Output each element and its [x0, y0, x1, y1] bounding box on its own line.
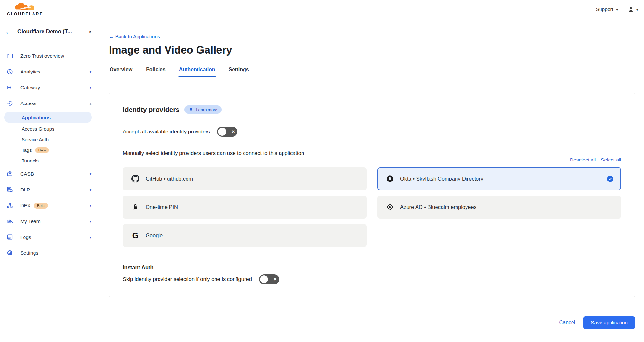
overview-icon — [6, 53, 13, 60]
tab-bar: Overview Policies Authentication Setting… — [109, 65, 635, 77]
sidebar-item-logs[interactable]: Logs ▾ — [0, 229, 96, 245]
okta-icon — [386, 175, 394, 183]
sidebar-item-my-team[interactable]: My Team ▾ — [0, 213, 96, 229]
sidebar-item-analytics[interactable]: Analytics ▾ — [0, 64, 96, 80]
chevron-down-icon[interactable]: ▾ — [90, 172, 91, 176]
provider-card-okta[interactable]: Okta • Skyflash Company Directory — [377, 167, 621, 190]
instant-auth-label: Skip identity provider selection if only… — [123, 276, 252, 282]
back-arrow-icon[interactable]: ← — [5, 28, 12, 35]
support-menu[interactable]: Support ▾ — [596, 6, 618, 12]
save-application-button[interactable]: Save application — [583, 316, 635, 329]
google-icon: G — [131, 231, 139, 240]
form-footer: Cancel Save application — [109, 312, 635, 329]
manual-select-text: Manually select identity providers users… — [123, 150, 621, 156]
gear-icon — [6, 249, 13, 257]
chevron-down-icon[interactable]: ▾ — [90, 85, 91, 90]
logs-icon — [6, 234, 13, 241]
chevron-down-icon[interactable]: ▾ — [90, 188, 91, 192]
topbar-actions: Support ▾ ▾ — [596, 6, 638, 13]
sidebar-item-service-auth[interactable]: Service Auth — [0, 134, 96, 145]
sidebar-item-settings[interactable]: Settings — [0, 245, 96, 261]
select-all-link[interactable]: Select all — [601, 157, 621, 163]
chevron-down-icon[interactable]: ▾ — [90, 235, 91, 239]
account-switcher: ← Cloudflare Demo (T... ▸ — [0, 19, 96, 44]
bulk-select-links: Deselect all Select all — [123, 157, 621, 163]
panel-header: Identity providers Learn more — [123, 105, 621, 114]
sidebar-item-label: CASB — [20, 171, 34, 177]
accept-all-label: Accept all available identity providers — [123, 129, 210, 135]
chevron-up-icon[interactable]: ▴ — [90, 101, 91, 106]
page-title: Image and Video Gallery — [109, 44, 635, 56]
access-subnav: Applications Access Groups Service Auth … — [0, 112, 96, 166]
sidebar-item-label: Access — [20, 101, 36, 106]
provider-card-google[interactable]: G Google — [123, 224, 367, 247]
learn-more-badge[interactable]: Learn more — [184, 105, 221, 114]
book-icon — [188, 107, 194, 112]
provider-name: Azure AD • Bluecalm employees — [400, 204, 476, 210]
cancel-button[interactable]: Cancel — [559, 320, 575, 326]
panel-title: Identity providers — [123, 106, 179, 113]
dlp-icon — [6, 186, 13, 193]
sidebar-item-label: My Team — [20, 219, 41, 224]
instant-auth-heading: Instant Auth — [123, 264, 621, 270]
beta-badge: Beta — [34, 203, 48, 209]
sidebar-subitem-label: Service Auth — [22, 137, 49, 142]
chevron-down-icon[interactable]: ▾ — [90, 70, 91, 74]
one-time-pin-icon — [131, 203, 139, 211]
toggle-off-x-icon: × — [232, 129, 235, 134]
sidebar-item-access[interactable]: Access ▴ — [0, 95, 96, 111]
sidebar-item-dlp[interactable]: DLP ▾ — [0, 182, 96, 198]
sidebar-item-access-groups[interactable]: Access Groups — [0, 123, 96, 134]
provider-grid: GitHub • github.com Okta • Skyflash Comp… — [123, 167, 621, 247]
cloudflare-cloud-icon — [15, 3, 35, 11]
cloudflare-logo[interactable]: CLOUDFLARE — [5, 3, 46, 16]
tab-policies[interactable]: Policies — [145, 65, 166, 77]
user-menu[interactable]: ▾ — [628, 6, 638, 13]
beta-badge: Beta — [35, 147, 49, 153]
sidebar-nav: Zero Trust overview Analytics ▾ Gateway — [0, 44, 96, 261]
sidebar-item-gateway[interactable]: Gateway ▾ — [0, 80, 96, 95]
toggle-knob — [218, 128, 226, 136]
sidebar-item-zero-trust-overview[interactable]: Zero Trust overview — [0, 48, 96, 64]
instant-auth-toggle[interactable]: × — [259, 274, 279, 284]
tab-settings[interactable]: Settings — [228, 65, 250, 77]
sidebar-subitem-label: Access Groups — [22, 126, 54, 132]
sidebar-item-dex[interactable]: DEX Beta ▾ — [0, 198, 96, 213]
account-name[interactable]: Cloudflare Demo (T... — [17, 28, 89, 35]
identity-providers-panel: Identity providers Learn more Accept all… — [109, 92, 635, 298]
provider-card-github[interactable]: GitHub • github.com — [123, 167, 367, 190]
instant-auth-row: Skip identity provider selection if only… — [123, 274, 621, 284]
provider-name: Google — [146, 232, 163, 239]
main-content: ← Back to Applications Image and Video G… — [96, 19, 644, 342]
sidebar-item-tunnels[interactable]: Tunnels — [0, 155, 96, 166]
sidebar-item-tags[interactable]: Tags Beta — [0, 145, 96, 155]
casb-icon — [6, 171, 13, 178]
provider-name: One-time PIN — [146, 204, 178, 210]
sidebar-item-label: Logs — [20, 234, 31, 240]
provider-name: GitHub • github.com — [146, 176, 193, 182]
deselect-all-link[interactable]: Deselect all — [570, 157, 596, 163]
sidebar-item-label: Gateway — [20, 85, 40, 91]
sidebar-subitem-label: Tunnels — [22, 158, 39, 163]
sidebar-item-casb[interactable]: CASB ▾ — [0, 166, 96, 182]
account-caret-icon[interactable]: ▸ — [89, 29, 91, 34]
team-icon — [6, 218, 13, 225]
sidebar-item-label: DLP — [20, 187, 30, 193]
tab-authentication[interactable]: Authentication — [178, 65, 216, 77]
sidebar-item-label: DEX — [20, 203, 31, 209]
sidebar-item-label: Settings — [20, 250, 38, 256]
provider-card-one-time-pin[interactable]: One-time PIN — [123, 196, 367, 219]
chevron-down-icon[interactable]: ▾ — [90, 203, 91, 208]
sidebar-item-label: Zero Trust overview — [20, 53, 64, 59]
sidebar-subitem-label: Tags — [22, 147, 32, 153]
access-icon — [6, 100, 13, 107]
chevron-down-icon[interactable]: ▾ — [90, 219, 91, 224]
back-to-applications-link[interactable]: ← Back to Applications — [109, 34, 160, 40]
provider-card-azure-ad[interactable]: Azure AD • Bluecalm employees — [377, 196, 621, 219]
tab-overview[interactable]: Overview — [109, 65, 133, 77]
toggle-off-x-icon: × — [274, 277, 276, 282]
user-caret-icon: ▾ — [636, 7, 638, 12]
sidebar-item-applications[interactable]: Applications — [4, 112, 92, 123]
user-icon — [628, 6, 634, 13]
accept-all-toggle[interactable]: × — [217, 127, 237, 137]
